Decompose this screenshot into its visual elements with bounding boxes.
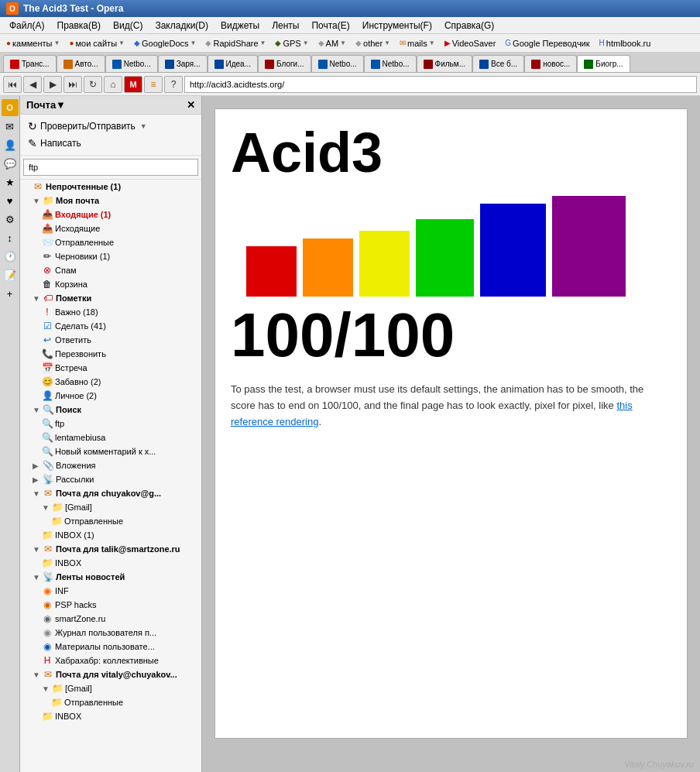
tab-netbo3[interactable]: Netbo... <box>364 55 417 72</box>
menu-edit[interactable]: Правка(B) <box>51 19 108 33</box>
tab-biogr[interactable]: Биогр... <box>577 55 630 72</box>
tab-novos[interactable]: новос... <box>524 55 577 72</box>
heart-icon[interactable]: ♥ <box>2 192 19 209</box>
bookmark-am[interactable]: ◆ AM ▼ <box>315 37 349 50</box>
sidebar-item-smartzone[interactable]: ◉ smartZone.ru <box>20 612 201 626</box>
collapse-icon: ▼ <box>33 489 40 498</box>
reload-button[interactable]: ↻ <box>84 76 102 93</box>
transfer-icon[interactable]: ↕ <box>2 229 19 246</box>
menu-mail[interactable]: Почта(E) <box>305 19 355 33</box>
sidebar-item-important[interactable]: ! Важно (18) <box>20 305 201 319</box>
menu-widgets[interactable]: Виджеты <box>214 19 266 33</box>
sidebar-item-meeting[interactable]: 📅 Встреча <box>20 361 201 375</box>
sidebar-item-habrahabr[interactable]: H Хабрахабр: коллективные <box>20 654 201 667</box>
sidebar-item-mail-vitaly[interactable]: ▼ ✉ Почта для vitaly@chuyakov... <box>20 667 201 681</box>
main-container: O ✉ 👤 💬 ★ ♥ ⚙ ↕ 🕐 📝 + Почта ▼ ✕ ↻ Провер… <box>0 96 700 772</box>
sidebar-item-mail-chuyakov[interactable]: ▼ ✉ Почта для chuyakov@g... <box>20 486 201 500</box>
bookmark-htmlbook[interactable]: H htmlbook.ru <box>596 37 654 50</box>
menu-tools[interactable]: Инструменты(F) <box>356 19 438 33</box>
address-bar[interactable] <box>184 76 697 93</box>
tab-auto[interactable]: Авто... <box>57 55 105 72</box>
sidebar-item-inbox-talik[interactable]: 📁 INBOX <box>20 556 201 570</box>
sidebar-item-materials[interactable]: ◉ Материалы пользовате... <box>20 640 201 654</box>
menu-feeds[interactable]: Ленты <box>266 19 305 33</box>
tab-all[interactable]: Все б... <box>472 55 524 72</box>
bookmark-mails[interactable]: ✉ mails ▼ <box>396 37 438 50</box>
first-button[interactable]: ⏮ <box>3 76 22 93</box>
star-icon[interactable]: ★ <box>2 173 19 190</box>
sidebar-dropdown-arrow[interactable]: ▼ <box>56 99 66 111</box>
sidebar-item-sent-chuyakov[interactable]: 📁 Отправленные <box>20 514 201 528</box>
sidebar-item-psp[interactable]: ◉ PSP hacks <box>20 598 201 612</box>
mail-icon[interactable]: ✉ <box>2 118 19 135</box>
bookmark-rapidshare[interactable]: ◆ RapidShare ▼ <box>202 37 269 50</box>
sidebar-item-attachments[interactable]: ▶ 📎 Вложения <box>20 458 201 472</box>
sidebar-item-labels[interactable]: ▼ 🏷 Пометки <box>20 291 201 305</box>
search-input[interactable] <box>23 159 198 176</box>
feed-icon[interactable]: ≡ <box>144 76 163 93</box>
menu-help[interactable]: Справка(G) <box>438 19 500 33</box>
tab-trans[interactable]: Транс... <box>3 55 57 72</box>
sidebar-item-sent-vitaly[interactable]: 📁 Отправленные <box>20 695 201 709</box>
add-icon[interactable]: + <box>2 285 19 302</box>
tab-idea[interactable]: Идеа... <box>208 55 258 72</box>
tab-blogi[interactable]: Блоги... <box>258 55 311 72</box>
tab-netbo2[interactable]: Netbo... <box>311 55 364 72</box>
sidebar-item-gmail-folder[interactable]: ▼ 📁 [Gmail] <box>20 500 201 514</box>
sidebar-item-inbox[interactable]: 📥 Входящие (1) <box>20 208 201 221</box>
back-button[interactable]: ◀ <box>23 76 42 93</box>
sidebar-item-search-ftp[interactable]: 🔍 ftp <box>20 417 201 431</box>
sidebar-item-reply[interactable]: ↩ Ответить <box>20 333 201 347</box>
sidebar-item-trash[interactable]: 🗑 Корзина <box>20 277 201 291</box>
sidebar-item-journal[interactable]: ◉ Журнал пользователя п... <box>20 626 201 640</box>
collapse-icon: ▼ <box>42 685 50 693</box>
gmail-icon[interactable]: M <box>124 76 142 93</box>
bookmark-kamenty[interactable]: ● камменты ▼ <box>3 37 63 50</box>
sidebar-item-funny[interactable]: 😊 Забавно (2) <box>20 375 201 389</box>
bookmark-googledocs[interactable]: ◆ GoogleDocs ▼ <box>131 37 199 50</box>
bookmark-other[interactable]: ◆ other ▼ <box>352 37 393 50</box>
sidebar-item-sent[interactable]: 📨 Отправленные <box>20 235 201 249</box>
compose-button[interactable]: ✎ Написать <box>26 135 195 152</box>
settings-icon[interactable]: ⚙ <box>2 211 19 228</box>
notes-icon[interactable]: 📝 <box>2 266 19 283</box>
sidebar-item-search-section[interactable]: ▼ 🔍 Поиск <box>20 403 201 417</box>
contacts-icon[interactable]: 👤 <box>2 136 19 153</box>
sidebar-item-mymail[interactable]: ▼ 📁 Моя почта <box>20 194 201 208</box>
bookmark-videosaver[interactable]: ▶ VideoSaver <box>441 37 499 50</box>
sidebar-close-button[interactable]: ✕ <box>187 99 195 111</box>
clock-icon[interactable]: 🕐 <box>2 248 19 265</box>
opera-button[interactable]: O <box>2 99 19 116</box>
sidebar-item-outgoing[interactable]: 📤 Исходящие <box>20 221 201 235</box>
home-button[interactable]: ⌂ <box>104 76 122 93</box>
sidebar-item-spam[interactable]: ⊗ Спам <box>20 263 201 277</box>
sidebar-item-inf[interactable]: ◉ INF <box>20 584 201 598</box>
sidebar-item-gmail-vitaly[interactable]: ▼ 📁 [Gmail] <box>20 681 201 695</box>
last-button[interactable]: ⏭ <box>63 76 82 93</box>
sidebar-item-news-feeds[interactable]: ▼ 📡 Ленты новостей <box>20 570 201 584</box>
check-send-button[interactable]: ↻ Проверить/Отправить ▼ <box>26 118 195 135</box>
bookmark-my-sites[interactable]: ● мои сайты ▼ <box>66 37 128 50</box>
bookmark-google-translate[interactable]: G Google Переводчик <box>502 37 592 50</box>
sidebar-item-todo[interactable]: ☑ Сделать (41) <box>20 319 201 333</box>
menu-bookmarks[interactable]: Закладки(D) <box>149 19 214 33</box>
menu-view[interactable]: Вид(C) <box>107 19 149 33</box>
chat-icon[interactable]: 💬 <box>2 155 19 172</box>
sidebar-item-inbox-vitaly[interactable]: 📁 INBOX <box>20 709 201 723</box>
tab-film[interactable]: Фильм... <box>417 55 472 72</box>
sidebar-item-callback[interactable]: 📞 Перезвонить <box>20 347 201 361</box>
forward-button[interactable]: ▶ <box>43 76 62 93</box>
sidebar-item-feeds[interactable]: ▶ 📡 Рассылки <box>20 472 201 486</box>
sidebar-item-personal[interactable]: 👤 Личное (2) <box>20 389 201 403</box>
menu-file[interactable]: Файл(A) <box>3 19 51 33</box>
help-icon[interactable]: ? <box>164 76 183 93</box>
tab-zarya[interactable]: Заря... <box>158 55 208 72</box>
sidebar-item-drafts[interactable]: ✏ Черновики (1) <box>20 249 201 263</box>
sidebar-item-search-lenta[interactable]: 🔍 lentamebiusa <box>20 431 201 444</box>
sidebar-item-inbox-chuyakov[interactable]: 📁 INBOX (1) <box>20 528 201 542</box>
sidebar-item-unread[interactable]: ✉ Непрочтенные (1) <box>20 180 201 194</box>
tab-netbo1[interactable]: Netbo... <box>105 55 158 72</box>
bookmark-gps[interactable]: ◆ GPS ▼ <box>272 37 311 50</box>
sidebar-item-search-comment[interactable]: 🔍 Новый комментарий к х... <box>20 444 201 458</box>
sidebar-item-mail-talik[interactable]: ▼ ✉ Почта для talik@smartzone.ru <box>20 542 201 556</box>
